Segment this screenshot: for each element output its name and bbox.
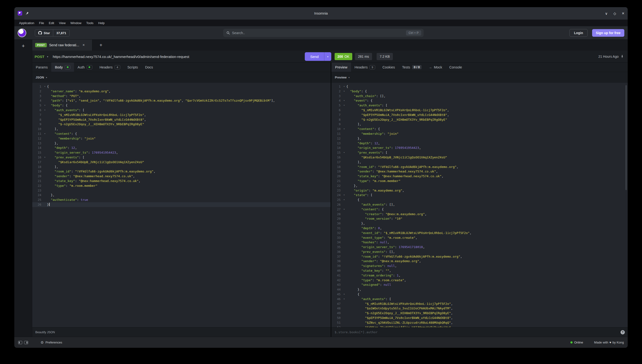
code-line[interactable]: 21 "state_key": "@nex:hammerhead.nexy757… <box>32 179 331 184</box>
code-line[interactable]: 45▾ { <box>331 292 628 297</box>
code-line[interactable]: 22 "type": "m.room.member" <box>32 184 331 188</box>
fold-arrow-icon[interactable]: ▾ <box>342 292 346 297</box>
code-line[interactable]: 43 "unsigned": null <box>331 282 628 287</box>
code-line[interactable]: 2 "server_name": "m.easydemo.org", <box>32 89 331 94</box>
fold-arrow-icon[interactable]: ▾ <box>342 207 346 212</box>
code-line[interactable]: 12 }, <box>331 136 628 141</box>
code-line[interactable]: 7 "$_nMIuVR1BLOJWtsLVPXsHrQoL0hboL-1icj7… <box>32 112 331 117</box>
close-icon[interactable]: × <box>622 11 624 16</box>
code-line[interactable]: 8 "$pEP3YP5OmNuiA_7Vs0cIxnrBkWN_uYdLCcG4… <box>32 117 331 122</box>
code-line[interactable]: 3 "method": "PUT", <box>32 94 331 98</box>
code-line[interactable]: 20 "sender": "@nex:hammerhead.nexy7574.c… <box>32 174 331 179</box>
code-line[interactable]: 28 "creator": "@nex:m.easydemo.org", <box>331 212 628 216</box>
gear-icon[interactable]: ⚙ <box>41 340 44 345</box>
tab-console[interactable]: Console <box>446 62 466 72</box>
scrollbar-thumb[interactable] <box>625 85 627 190</box>
code-line[interactable]: 25▾ { <box>331 198 628 202</box>
filter-help-icon[interactable]: ? <box>620 330 625 334</box>
menu-edit[interactable]: Edit <box>47 20 57 26</box>
fold-arrow-icon[interactable]: ▾ <box>342 98 346 103</box>
code-line[interactable]: 4 "path": ["v1", "send_join", "!VFkGlfu6… <box>32 98 331 103</box>
code-line[interactable]: 10 ], <box>32 127 331 132</box>
body-type-dropdown[interactable]: JSON ▾ <box>32 76 50 79</box>
signup-button[interactable]: Sign up for free <box>592 29 624 37</box>
code-line[interactable]: 3 "auth_chain": [], <box>331 94 628 98</box>
fold-arrow-icon[interactable]: ▾ <box>43 84 47 89</box>
tab-params[interactable]: Params <box>32 62 51 72</box>
sidebar-add-button[interactable]: + <box>14 42 32 50</box>
tab-body[interactable]: Body <box>51 62 74 72</box>
code-line[interactable]: 30 }, <box>331 221 628 226</box>
tab-scripts[interactable]: Scripts <box>124 62 142 72</box>
url-input[interactable]: https://hammerhead.nexy7574.co.uk/_hamme… <box>53 50 189 62</box>
menu-window[interactable]: Window <box>68 20 84 26</box>
code-line[interactable]: 9 ], <box>331 122 628 127</box>
code-line[interactable]: 6▾ "auth_events": [ <box>32 108 331 112</box>
code-line[interactable]: 5▾ "auth_events": [ <box>331 103 628 108</box>
response-filter-input[interactable] <box>331 330 620 334</box>
code-line[interactable]: 14 "depth": 12, <box>32 146 331 150</box>
send-label[interactable]: Send <box>305 52 324 61</box>
menu-help[interactable]: Help <box>96 20 107 26</box>
code-line[interactable]: 46▾ "auth_events": [ <box>331 297 628 302</box>
code-line[interactable]: 33 "event_type": "m.room.create", <box>331 236 628 240</box>
code-line[interactable]: 4▾ "event": { <box>331 98 628 103</box>
tab-headers[interactable]: Headers 4 <box>96 62 124 72</box>
tab-preview[interactable]: Preview <box>331 62 351 72</box>
login-button[interactable]: Login <box>569 29 587 37</box>
code-line[interactable]: 50 "$pEP3YP5OmNuiA_7Vs0cIxnrBkWN_uYdLCcG… <box>331 316 628 320</box>
code-line[interactable]: 5▾ "body": { <box>32 103 331 108</box>
tab-mock[interactable]: → Mock <box>425 62 446 72</box>
code-line[interactable]: 34 "hashes": null, <box>331 240 628 245</box>
preferences-button[interactable]: Preferences <box>45 340 62 344</box>
fold-arrow-icon[interactable]: ▾ <box>342 297 346 302</box>
send-dropdown-icon[interactable]: ▾ <box>324 52 331 61</box>
code-line[interactable]: 47 "$_nMIuVR1BLOJWtsLVPXsHrQoL0hboL-1icj… <box>331 302 628 306</box>
fold-arrow-icon[interactable]: ▾ <box>342 198 346 202</box>
history-pin-icon[interactable] <box>620 55 624 58</box>
github-star-widget[interactable]: Star 37,871 <box>35 29 70 36</box>
code-line[interactable]: 48 "$a1WOotnSdpytu5Glu_3vuI1UJoCPAAUbxMA… <box>331 306 628 311</box>
request-tab[interactable]: POST Send raw federati... × <box>32 40 92 50</box>
fold-arrow-icon[interactable]: ▾ <box>43 108 47 112</box>
code-line[interactable]: 13 "depth": 12, <box>331 141 628 146</box>
menu-file[interactable]: File <box>37 20 47 26</box>
code-line[interactable]: 13 }, <box>32 141 331 146</box>
code-line[interactable]: 18 "room_id": "!VFkGlfu66-zgvkUAd6kjAPfh… <box>331 164 628 169</box>
code-line[interactable]: 31 "depth": 0, <box>331 226 628 231</box>
method-selector[interactable]: POST <box>35 50 44 62</box>
code-line[interactable]: 18 ], <box>32 164 331 169</box>
code-line[interactable]: 17 "$Ksdiar6x54bUpB_JVNjc1iC1gQsOO1XAq1X… <box>32 160 331 164</box>
beautify-json-button[interactable]: Beautify JSON <box>32 330 55 334</box>
code-line[interactable]: 16▾ "prev_events": [ <box>32 155 331 160</box>
star-count[interactable]: 37,871 <box>53 30 69 36</box>
minimize-icon[interactable]: ∨ <box>605 12 608 15</box>
code-line[interactable]: 23 "origin": "m.easydemo.org", <box>331 188 628 193</box>
code-line[interactable]: 32 "event_id": "$_nMIuVR1BLOJWtsLVPXsHrQ… <box>331 231 628 236</box>
code-line[interactable]: 1▾{ <box>32 84 331 89</box>
code-line[interactable]: 19 "sender": "@nex:hammerhead.nexy7574.c… <box>331 169 628 174</box>
fold-arrow-icon[interactable]: ▾ <box>342 89 346 94</box>
code-line[interactable]: 26} <box>32 202 331 207</box>
response-preview-editor[interactable]: 1▾{2▾ "body": {3 "auth_chain": [],4▾ "ev… <box>331 83 628 327</box>
code-line[interactable]: 52 "$dXKcp-71utHTfigcifflix_H4130nmyVsRi… <box>331 325 628 327</box>
code-line[interactable]: 1▾{ <box>331 84 628 89</box>
menu-view[interactable]: View <box>57 20 68 26</box>
code-line[interactable]: 8 "$-n2gU5Ex2Oqoy_J__HIH8mOTX3Yv_9RbEBPq… <box>331 117 628 122</box>
code-line[interactable]: 19 "room_id": "!VFkGlfu66-zgvkUAd6kjAPfh… <box>32 169 331 174</box>
code-line[interactable]: 23 <box>32 188 331 193</box>
github-star-button[interactable]: Star <box>35 30 53 36</box>
toggle-panel-icon[interactable] <box>24 341 28 344</box>
code-line[interactable]: 29 "room_version": "10" <box>331 216 628 221</box>
code-line[interactable]: 24 }, <box>32 193 331 198</box>
code-line[interactable]: 41 "stream_ordering": 1, <box>331 273 628 278</box>
fold-arrow-icon[interactable]: ▾ <box>342 193 346 198</box>
maximize-icon[interactable]: ◇ <box>613 12 616 15</box>
code-line[interactable]: 6 "$_nMIuVR1BLOJWtsLVPXsHrQoL0hboL-1icj7… <box>331 108 628 112</box>
tab-close-icon[interactable]: × <box>83 43 85 47</box>
tab-cookies[interactable]: Cookies <box>379 62 398 72</box>
preview-mode-dropdown[interactable]: Preview ▾ <box>331 76 353 79</box>
fold-arrow-icon[interactable]: ▾ <box>43 155 47 160</box>
tab-auth[interactable]: Auth <box>74 62 96 72</box>
code-line[interactable]: 25 "authenticate": true <box>32 198 331 202</box>
